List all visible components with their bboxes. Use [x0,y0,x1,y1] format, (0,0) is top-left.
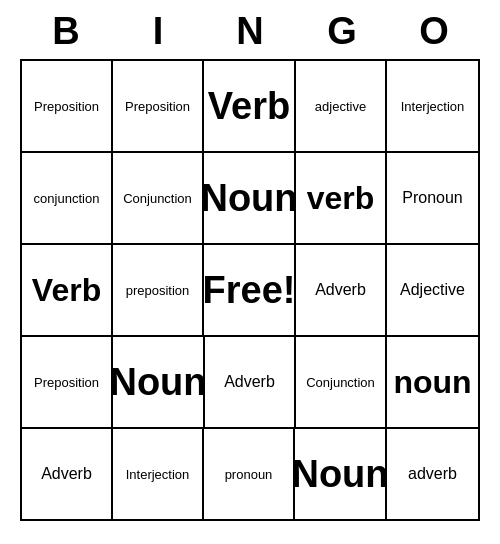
cell-2-2: Free! [204,245,296,335]
cell-4-2: pronoun [204,429,295,519]
cell-text-4-3: Noun [291,453,388,496]
cell-3-4: noun [387,337,478,427]
letter-o: O [392,10,476,53]
cell-0-4: Interjection [387,61,478,151]
cell-text-2-3: Adverb [315,281,366,299]
letter-i: I [116,10,200,53]
cell-0-1: Preposition [113,61,204,151]
cell-text-1-3: verb [307,180,375,217]
cell-text-1-2: Noun [200,177,297,220]
cell-text-2-2: Free! [203,269,296,312]
cell-text-3-0: Preposition [34,375,99,390]
cell-2-4: Adjective [387,245,478,335]
cell-text-0-2: Verb [208,85,290,128]
cell-0-3: adjective [296,61,387,151]
bingo-grid: PrepositionPrepositionVerbadjectiveInter… [20,59,480,521]
cell-text-2-1: preposition [126,283,190,298]
row-1: conjunctionConjunctionNounverbPronoun [22,151,478,243]
cell-4-4: adverb [387,429,478,519]
cell-text-3-4: noun [393,364,471,401]
cell-1-1: Conjunction [113,153,204,243]
cell-text-2-0: Verb [32,272,101,309]
cell-text-1-0: conjunction [34,191,100,206]
cell-text-1-1: Conjunction [123,191,192,206]
cell-text-2-4: Adjective [400,281,465,299]
cell-1-3: verb [296,153,387,243]
cell-2-1: preposition [113,245,204,335]
cell-4-0: Adverb [22,429,113,519]
cell-3-3: Conjunction [296,337,387,427]
cell-3-1: Noun [113,337,205,427]
cell-text-4-0: Adverb [41,465,92,483]
cell-text-3-1: Noun [109,361,206,404]
cell-text-3-3: Conjunction [306,375,375,390]
cell-text-3-2: Adverb [224,373,275,391]
cell-text-0-3: adjective [315,99,366,114]
cell-text-4-4: adverb [408,465,457,483]
row-0: PrepositionPrepositionVerbadjectiveInter… [22,61,478,151]
cell-4-3: Noun [295,429,387,519]
cell-4-1: Interjection [113,429,204,519]
cell-2-0: Verb [22,245,113,335]
cell-text-0-4: Interjection [401,99,465,114]
cell-1-0: conjunction [22,153,113,243]
cell-3-0: Preposition [22,337,113,427]
cell-0-2: Verb [204,61,296,151]
letter-g: G [300,10,384,53]
cell-1-4: Pronoun [387,153,478,243]
cell-2-3: Adverb [296,245,387,335]
row-4: AdverbInterjectionpronounNounadverb [22,427,478,519]
cell-text-4-1: Interjection [126,467,190,482]
letter-n: N [208,10,292,53]
cell-text-1-4: Pronoun [402,189,463,207]
cell-text-0-1: Preposition [125,99,190,114]
cell-1-2: Noun [204,153,296,243]
cell-3-2: Adverb [205,337,296,427]
bingo-header: B I N G O [20,0,480,59]
row-3: PrepositionNounAdverbConjunctionnoun [22,335,478,427]
cell-text-0-0: Preposition [34,99,99,114]
row-2: VerbprepositionFree!AdverbAdjective [22,243,478,335]
cell-text-4-2: pronoun [225,467,273,482]
cell-0-0: Preposition [22,61,113,151]
letter-b: B [24,10,108,53]
